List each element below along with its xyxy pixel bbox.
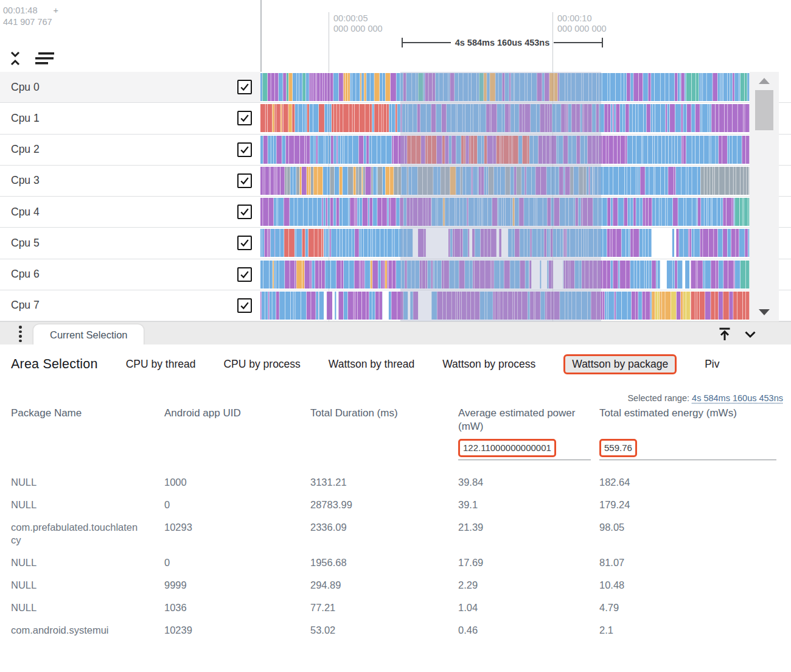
track-label-cpu-6[interactable]: Cpu 6	[0, 259, 260, 290]
summary-total-energy: 559.76	[599, 439, 637, 457]
ruler-tick-label: 00:00:10000 000 000	[557, 13, 607, 34]
column-header-android-app-uid: Android app UID	[164, 407, 310, 460]
scroll-down-arrow-icon[interactable]	[759, 309, 770, 315]
table-cell: 1036	[164, 597, 310, 619]
tab-cpu-by-process[interactable]: CPU by process	[223, 358, 300, 371]
table-cell: 77.21	[310, 597, 458, 619]
tab-current-selection[interactable]: Current Selection	[33, 324, 144, 345]
ruler-tick: 00:00:05000 000 000	[329, 12, 329, 72]
table-cell: com.prefabulated.touchlatency	[11, 516, 144, 551]
tab-wattson-by-process[interactable]: Wattson by process	[442, 358, 535, 371]
checkbox-checked-icon	[240, 82, 249, 92]
kebab-dots-icon[interactable]	[16, 326, 24, 342]
table-cell: NULL	[11, 471, 144, 494]
track-row: Cpu 6	[0, 259, 791, 290]
table-cell: 9999	[164, 574, 310, 597]
track-checkbox[interactable]	[237, 80, 252, 94]
table-cell: 98.05	[599, 516, 785, 539]
scroll-up-arrow-icon[interactable]	[759, 78, 770, 84]
track-label-cpu-1[interactable]: Cpu 1	[0, 103, 260, 133]
selected-range-label: Selected range:	[627, 393, 689, 403]
track-name: Cpu 3	[11, 174, 237, 187]
track-label-cpu-7[interactable]: Cpu 7	[0, 290, 260, 321]
table-cell: 39.1	[458, 494, 599, 516]
track-checkbox[interactable]	[237, 267, 252, 282]
column-header-total-duration: Total Duration (ms)	[310, 407, 458, 460]
selected-range-line: Selected range: 4s 584ms 160us 453ns	[627, 393, 783, 403]
track-checkbox[interactable]	[237, 236, 252, 250]
track-row: Cpu 7	[0, 290, 791, 321]
area-selection-overlay[interactable]	[400, 72, 601, 321]
checkbox-checked-icon	[240, 270, 249, 279]
table-cell: 182.64	[599, 471, 785, 494]
tab-cpu-by-thread[interactable]: CPU by thread	[126, 358, 196, 371]
tab-wattson-by-package[interactable]: Wattson by package	[563, 354, 677, 374]
track-row: Cpu 5	[0, 228, 791, 259]
track-checkbox[interactable]	[237, 298, 252, 313]
table-cell: NULL	[11, 597, 144, 619]
column-header-package-name: Package Name	[11, 407, 164, 460]
track-row: Cpu 4	[0, 197, 791, 228]
ruler-tick-label: 00:00:05000 000 000	[333, 13, 383, 34]
table-cell: 294.89	[310, 574, 458, 597]
table-cell: 0	[164, 551, 310, 574]
cpu-tracks: Cpu 0Cpu 1Cpu 2Cpu 3Cpu 4Cpu 5Cpu 6Cpu 7	[0, 72, 791, 321]
tab-piv[interactable]: Piv	[705, 358, 719, 371]
checkbox-checked-icon	[240, 238, 249, 248]
track-name: Cpu 6	[11, 268, 237, 281]
table-cell: 179.24	[599, 494, 785, 516]
checkbox-checked-icon	[240, 145, 249, 155]
track-label-cpu-4[interactable]: Cpu 4	[0, 197, 260, 227]
track-checkbox[interactable]	[237, 142, 252, 157]
details-tabbar: Current Selection	[0, 321, 791, 345]
selection-span-label: 4s 584ms 160us 453ns	[451, 38, 554, 47]
track-checkbox[interactable]	[237, 173, 252, 188]
track-checkbox[interactable]	[237, 205, 252, 219]
table-cell: 10.48	[599, 574, 785, 597]
table-cell: 0	[164, 494, 310, 516]
ruler-gridline	[329, 72, 329, 321]
table-cell: 4.79	[599, 597, 785, 619]
track-row: Cpu 1	[0, 103, 791, 134]
table-cell: 39.84	[458, 471, 599, 494]
table-header: Package Name Android app UID Total Durat…	[11, 407, 785, 460]
table-cell: 0.46	[458, 619, 599, 642]
unfold-less-icon[interactable]	[7, 50, 23, 66]
column-header-total-estimated-energy: Total estimated energy (mWs) 559.76	[599, 407, 776, 460]
checkbox-checked-icon	[240, 301, 249, 310]
tracks-scrollbar[interactable]	[750, 72, 779, 321]
track-checkbox[interactable]	[237, 111, 252, 125]
track-label-cpu-0[interactable]: Cpu 0	[0, 72, 260, 102]
vertical-align-top-icon[interactable]	[716, 325, 734, 343]
table-cell: 53.02	[310, 619, 458, 642]
table-cell: 1.04	[458, 597, 599, 619]
table-cell: 1956.68	[310, 551, 458, 574]
table-cell: NULL	[11, 494, 144, 516]
table-cell: com.android.systemui	[11, 619, 144, 642]
selected-range-value[interactable]: 4s 584ms 160us 453ns	[692, 393, 783, 403]
track-label-cpu-3[interactable]: Cpu 3	[0, 166, 260, 196]
table-cell: 81.07	[599, 551, 785, 574]
tab-wattson-by-thread[interactable]: Wattson by thread	[329, 358, 414, 371]
table-rows: NULL10003131.2139.84182.64NULL028783.993…	[11, 471, 785, 642]
details-panel: Area Selection CPU by threadCPU by proce…	[0, 345, 791, 672]
track-label-cpu-5[interactable]: Cpu 5	[0, 228, 260, 258]
origin-time: 00:01:48	[3, 5, 37, 15]
track-label-cpu-2[interactable]: Cpu 2	[0, 135, 260, 165]
column-header-average-estimated-power: Average estimated power (mW) 122.1100000…	[458, 407, 591, 460]
track-row: Cpu 2	[0, 135, 791, 166]
track-name: Cpu 0	[11, 81, 237, 94]
area-selection-tabs: Area Selection CPU by threadCPU by proce…	[11, 354, 791, 374]
table-cell: 10239	[164, 619, 310, 642]
track-name: Cpu 5	[11, 237, 237, 250]
table-cell: 28783.99	[310, 494, 458, 516]
scrollbar-thumb[interactable]	[755, 90, 773, 130]
table-cell: 1000	[164, 471, 310, 494]
table-cell: 10293	[164, 516, 310, 539]
chevron-down-icon[interactable]	[741, 325, 759, 343]
origin-plus: +	[53, 5, 58, 16]
checkbox-checked-icon	[240, 207, 249, 217]
menu-lines-icon[interactable]	[33, 51, 56, 66]
track-name: Cpu 7	[11, 299, 237, 312]
checkbox-checked-icon	[240, 113, 249, 123]
